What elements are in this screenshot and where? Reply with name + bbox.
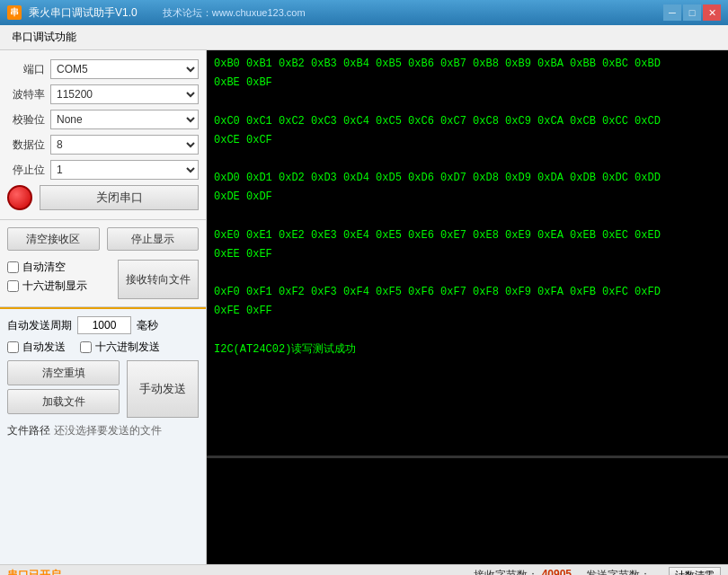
app-icon: 串 bbox=[7, 5, 22, 20]
count-clear-button[interactable]: 计数清零 bbox=[669, 567, 721, 576]
send-panel: 自动发送周期 毫秒 自动发送 十六进制发送 清空重填 加载文件 bbox=[0, 307, 206, 564]
load-file-button[interactable]: 加载文件 bbox=[7, 389, 120, 414]
close-button[interactable]: ✕ bbox=[703, 4, 721, 21]
restore-button[interactable]: □ bbox=[683, 4, 701, 21]
port-status: 串口已开启 bbox=[7, 568, 61, 575]
buffer-controls: 清空接收区 停止显示 自动清空 十六进制显示 接收转向文件 bbox=[0, 220, 206, 307]
clear-receive-button[interactable]: 清空接收区 bbox=[7, 227, 100, 251]
auto-clear-checkbox[interactable] bbox=[7, 261, 19, 273]
receive-count-label: 接收字节数： bbox=[474, 568, 538, 575]
period-unit: 毫秒 bbox=[137, 318, 158, 333]
btn-stack: 清空重填 加载文件 bbox=[7, 360, 120, 418]
auto-send-label: 自动发送 bbox=[22, 340, 66, 355]
menu-item-serial[interactable]: 串口调试功能 bbox=[4, 27, 84, 48]
file-path-value: 还没选择要发送的文件 bbox=[54, 423, 199, 438]
manual-send-button[interactable]: 手动发送 bbox=[127, 360, 199, 418]
parity-row: 校验位 None Odd Even bbox=[7, 110, 199, 129]
window-controls: ─ □ ✕ bbox=[663, 4, 721, 21]
baud-row: 波特率 115200 9600 19200 38400 57600 bbox=[7, 84, 199, 104]
title-bar: 串 乘火串口调试助手V1.0 技术论坛：www.chuxue123.com ─ … bbox=[0, 0, 728, 25]
hex-display-row: 十六进制显示 bbox=[7, 279, 111, 294]
auto-send-row: 自动发送 bbox=[7, 340, 66, 355]
clear-stop-row: 清空接收区 停止显示 bbox=[7, 227, 199, 251]
hex-display-checkbox[interactable] bbox=[7, 280, 19, 292]
period-input[interactable] bbox=[77, 316, 131, 334]
extra-controls: 自动清空 十六进制显示 接收转向文件 bbox=[7, 260, 199, 299]
parity-label: 校验位 bbox=[7, 112, 50, 128]
send-area bbox=[207, 456, 728, 564]
auto-send-checkbox[interactable] bbox=[7, 341, 19, 353]
hex-send-label: 十六进制发送 bbox=[95, 340, 160, 355]
databits-row: 数据位 8 5 6 7 bbox=[7, 135, 199, 155]
open-close-button[interactable]: 关闭串口 bbox=[40, 185, 199, 210]
stopbits-row: 停止位 1 1.5 2 bbox=[7, 160, 199, 180]
right-panel: 0xB0 0xB1 0xB2 0xB3 0xB4 0xB5 0xB6 0xB7 … bbox=[207, 50, 728, 564]
receive-area: 0xB0 0xB1 0xB2 0xB3 0xB4 0xB5 0xB6 0xB7 … bbox=[207, 50, 728, 456]
title-bar-text: 串 乘火串口调试助手V1.0 技术论坛：www.chuxue123.com bbox=[7, 5, 306, 21]
auto-clear-label: 自动清空 bbox=[22, 260, 66, 275]
stopbits-select[interactable]: 1 1.5 2 bbox=[50, 160, 199, 180]
auto-clear-row: 自动清空 bbox=[7, 260, 111, 275]
send-checkbox-row: 自动发送 十六进制发送 bbox=[7, 340, 199, 355]
baud-label: 波特率 bbox=[7, 87, 50, 102]
hex-send-checkbox[interactable] bbox=[80, 341, 92, 353]
receive-to-file-button[interactable]: 接收转向文件 bbox=[118, 260, 199, 299]
hex-send-row: 十六进制发送 bbox=[80, 340, 160, 355]
send-count-item: 发送字节数： bbox=[586, 568, 654, 575]
port-label: 端口 bbox=[7, 62, 50, 77]
send-buttons: 清空重填 加载文件 手动发送 bbox=[7, 360, 199, 418]
databits-label: 数据位 bbox=[7, 137, 50, 153]
baud-select[interactable]: 115200 9600 19200 38400 57600 bbox=[50, 84, 199, 104]
stopbits-label: 停止位 bbox=[7, 163, 50, 178]
app-title: 乘火串口调试助手V1.0 bbox=[29, 5, 138, 21]
extra-checkboxes: 自动清空 十六进制显示 bbox=[7, 260, 111, 299]
stop-display-button[interactable]: 停止显示 bbox=[107, 227, 200, 251]
receive-count-item: 接收字节数： 40905 bbox=[474, 568, 572, 575]
left-panel: 端口 COM5 COM1 COM2 COM3 COM4 COM6 波特率 115… bbox=[0, 50, 207, 564]
send-count-label: 发送字节数： bbox=[586, 568, 651, 575]
hex-display-label: 十六进制显示 bbox=[22, 279, 87, 294]
port-settings: 端口 COM5 COM1 COM2 COM3 COM4 COM6 波特率 115… bbox=[0, 50, 206, 220]
connection-status-dot bbox=[7, 185, 32, 210]
minimize-button[interactable]: ─ bbox=[663, 4, 681, 21]
receive-count-value: 40905 bbox=[542, 568, 572, 575]
file-path-row: 文件路径 还没选择要发送的文件 bbox=[7, 423, 199, 438]
menu-bar: 串口调试功能 bbox=[0, 25, 728, 50]
main-container: 端口 COM5 COM1 COM2 COM3 COM4 COM6 波特率 115… bbox=[0, 50, 728, 564]
period-label: 自动发送周期 bbox=[7, 318, 72, 333]
databits-select[interactable]: 8 5 6 7 bbox=[50, 135, 199, 155]
file-path-label: 文件路径 bbox=[7, 423, 50, 438]
port-select[interactable]: COM5 COM1 COM2 COM3 COM4 COM6 bbox=[50, 59, 199, 79]
open-close-row: 关闭串口 bbox=[7, 185, 199, 210]
port-row: 端口 COM5 COM1 COM2 COM3 COM4 COM6 bbox=[7, 59, 199, 79]
send-textarea[interactable] bbox=[207, 458, 728, 564]
parity-select[interactable]: None Odd Even bbox=[50, 110, 199, 129]
website-label: 技术论坛：www.chuxue123.com bbox=[163, 6, 306, 20]
clear-resend-button[interactable]: 清空重填 bbox=[7, 360, 120, 385]
period-row: 自动发送周期 毫秒 bbox=[7, 316, 199, 334]
